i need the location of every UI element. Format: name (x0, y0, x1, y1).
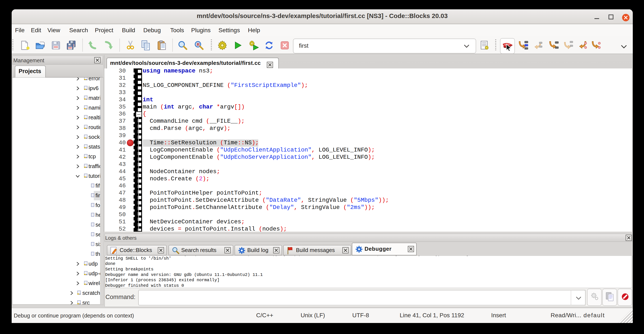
svg-text:R: R (197, 42, 200, 47)
